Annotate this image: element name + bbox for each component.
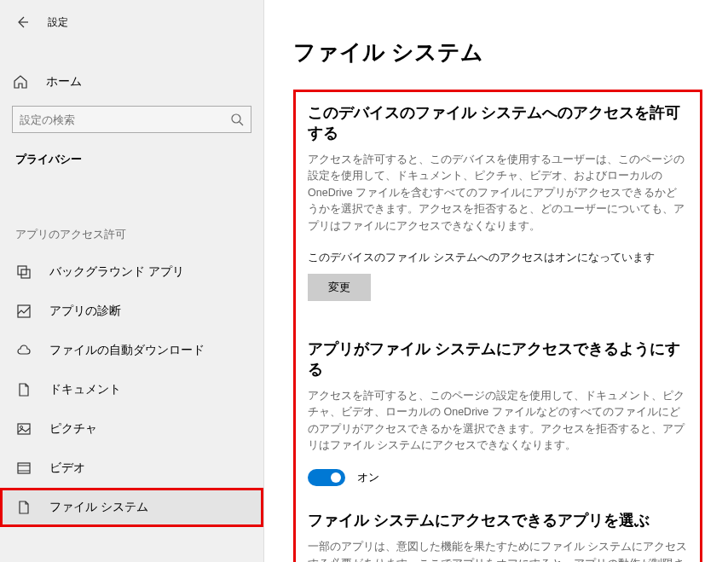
svg-rect-8 [18, 463, 30, 473]
search-box[interactable] [12, 106, 251, 133]
sidebar-item-label: ファイルの自動ダウンロード [49, 343, 205, 358]
section1-description: アクセスを許可すると、このデバイスを使用するユーザーは、このページの設定を使用し… [308, 152, 688, 235]
search-input[interactable] [20, 113, 230, 126]
sidebar-category: プライバシー [0, 133, 263, 176]
sidebar-item-pictures[interactable]: ピクチャ [0, 409, 263, 449]
page-title: ファイル システム [293, 38, 702, 67]
sidebar-section-label: アプリのアクセス許可 [0, 176, 263, 252]
section2-heading: アプリがファイル システムにアクセスできるようにする [308, 339, 688, 379]
sidebar-item-label: ファイル システム [49, 500, 148, 515]
main-content: ファイル システム このデバイスのファイル システムへのアクセスを許可する アク… [264, 0, 728, 562]
sidebar-item-label: ビデオ [49, 461, 85, 476]
sidebar-item-label: ピクチャ [49, 421, 97, 437]
grid-overlap-icon [15, 264, 32, 281]
home-label: ホーム [46, 74, 82, 90]
header-row: 設定 [0, 7, 263, 41]
sidebar-item-videos[interactable]: ビデオ [0, 449, 263, 488]
document-icon [15, 381, 32, 398]
svg-point-1 [232, 114, 240, 123]
section3-description: 一部のアプリは、意図した機能を果たすためにファイル システムにアクセスする必要が… [308, 539, 688, 562]
video-icon [15, 460, 32, 477]
arrow-left-icon [14, 14, 30, 30]
change-button[interactable]: 変更 [308, 274, 371, 301]
svg-rect-4 [21, 269, 30, 278]
svg-rect-5 [18, 305, 30, 317]
picture-icon [15, 420, 32, 437]
section2-description: アクセスを許可すると、このページの設定を使用して、ドキュメント、ピクチャ、ビデオ… [308, 388, 688, 455]
cloud-icon [15, 342, 32, 359]
toggle-label: オン [357, 470, 379, 485]
svg-rect-3 [18, 266, 26, 275]
highlighted-sections: このデバイスのファイル システムへのアクセスを許可する アクセスを許可すると、こ… [293, 90, 702, 562]
svg-line-2 [240, 122, 243, 125]
sidebar-item-background-apps[interactable]: バックグラウンド アプリ [0, 252, 263, 292]
toggle-row: オン [308, 469, 688, 486]
filesystem-access-toggle[interactable] [308, 469, 345, 486]
sidebar-item-documents[interactable]: ドキュメント [0, 370, 263, 409]
sidebar-item-label: ドキュメント [49, 382, 121, 397]
svg-point-7 [20, 426, 23, 429]
settings-window: 設定 ホーム プライバシー アプリのアクセス許可 バックグラウンド アプリ [0, 0, 728, 562]
search-icon [230, 113, 244, 126]
section1-heading: このデバイスのファイル システムへのアクセスを許可する [308, 102, 688, 143]
file-icon [15, 499, 32, 516]
app-title: 設定 [48, 15, 68, 30]
toggle-knob [331, 472, 341, 483]
section1-status: このデバイスのファイル システムへのアクセスはオンになっています [308, 250, 688, 265]
sidebar-item-app-diagnostics[interactable]: アプリの診断 [0, 292, 263, 331]
sidebar-item-auto-downloads[interactable]: ファイルの自動ダウンロード [0, 331, 263, 370]
sidebar-item-filesystem[interactable]: ファイル システム [0, 488, 263, 527]
sidebar: 設定 ホーム プライバシー アプリのアクセス許可 バックグラウンド アプリ [0, 0, 264, 562]
sidebar-home[interactable]: ホーム [0, 65, 263, 99]
home-icon [12, 73, 29, 90]
sidebar-item-label: アプリの診断 [49, 304, 121, 319]
section3-heading: ファイル システムにアクセスできるアプリを選ぶ [308, 510, 688, 530]
back-button[interactable] [12, 12, 32, 32]
diagnostics-icon [15, 303, 32, 320]
sidebar-item-label: バックグラウンド アプリ [49, 264, 184, 280]
